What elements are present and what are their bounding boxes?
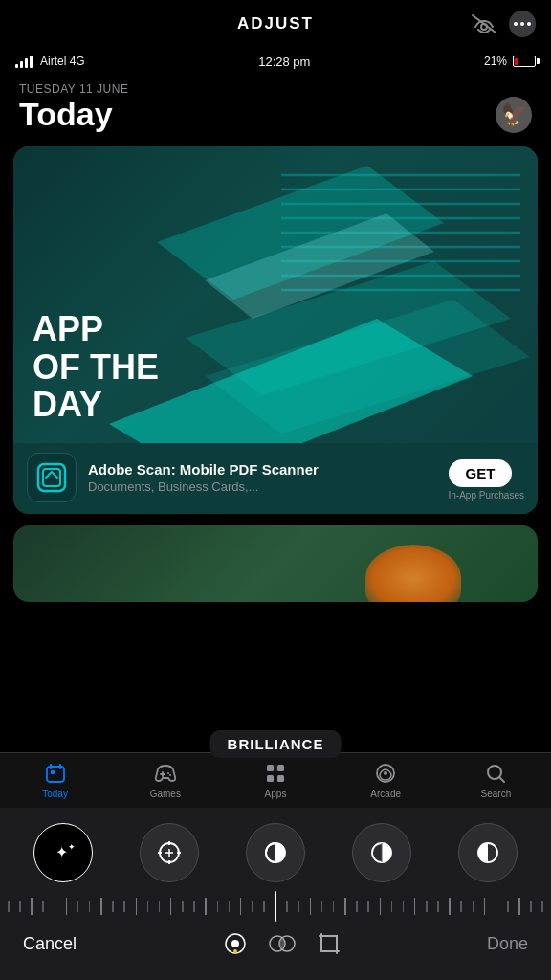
battery-percent: 21% bbox=[484, 55, 507, 68]
aotd-bottom: Adobe Scan: Mobile PDF Scanner Documents… bbox=[13, 443, 538, 514]
games-tab-label: Games bbox=[150, 789, 181, 799]
tab-today[interactable]: Today bbox=[0, 761, 110, 799]
svg-rect-19 bbox=[51, 770, 55, 774]
bottom-center-icons bbox=[222, 930, 342, 957]
svg-point-23 bbox=[169, 774, 171, 776]
arcade-tab-label: Arcade bbox=[370, 789, 401, 799]
aotd-hero: APPOF THEDAY bbox=[13, 146, 538, 443]
svg-rect-25 bbox=[277, 765, 284, 771]
svg-text:✦: ✦ bbox=[55, 844, 68, 860]
svg-point-29 bbox=[384, 771, 387, 775]
carrier-label: Airtel 4G bbox=[40, 55, 85, 68]
adobe-scan-icon bbox=[27, 453, 77, 502]
in-app-purchases-label: In-App Purchases bbox=[449, 490, 525, 501]
today-header: TUESDAY 11 JUNE Today 🦅 bbox=[0, 75, 551, 143]
battery-container: 21% bbox=[484, 55, 536, 68]
svg-point-22 bbox=[167, 772, 169, 774]
arcade-tab-icon bbox=[373, 761, 398, 786]
slider-container[interactable] bbox=[8, 892, 543, 921]
tab-games[interactable]: Games bbox=[110, 761, 220, 799]
svg-text:✦: ✦ bbox=[68, 842, 76, 852]
today-title: Today bbox=[19, 96, 113, 133]
signal-indicator bbox=[15, 56, 33, 68]
search-tab-label: Search bbox=[481, 789, 512, 799]
tab-search[interactable]: Search bbox=[441, 761, 551, 799]
tab-apps[interactable]: Apps bbox=[220, 761, 330, 799]
brilliance-tool[interactable] bbox=[246, 823, 305, 882]
tab-arcade[interactable]: Arcade bbox=[331, 761, 441, 799]
svg-rect-24 bbox=[267, 765, 274, 771]
highlights-tool[interactable] bbox=[352, 823, 411, 882]
get-button[interactable]: GET bbox=[449, 459, 513, 487]
exposure-tool[interactable] bbox=[140, 823, 199, 882]
top-bar: ADJUST bbox=[0, 0, 551, 48]
adjust-icon-btn[interactable] bbox=[222, 930, 249, 957]
app-info: Adobe Scan: Mobile PDF Scanner Documents… bbox=[88, 461, 437, 494]
games-tab-icon bbox=[153, 761, 178, 786]
eye-slash-icon[interactable] bbox=[471, 11, 497, 37]
apps-tab-icon bbox=[263, 761, 288, 786]
page-title: ADJUST bbox=[237, 14, 314, 33]
search-tab-icon bbox=[483, 761, 508, 786]
done-button[interactable]: Done bbox=[487, 934, 528, 954]
svg-rect-27 bbox=[277, 775, 284, 782]
cancel-button[interactable]: Cancel bbox=[23, 934, 77, 954]
svg-point-1 bbox=[481, 24, 487, 30]
aotd-label: APPOF THEDAY bbox=[33, 310, 159, 424]
avatar[interactable]: 🦅 bbox=[496, 97, 532, 133]
svg-rect-18 bbox=[47, 767, 64, 782]
time-label: 12:28 pm bbox=[258, 55, 310, 69]
auto-enhance-tool[interactable]: ✦ ✦ bbox=[33, 823, 93, 882]
app-category: Documents, Business Cards,... bbox=[88, 479, 437, 494]
svg-point-47 bbox=[233, 949, 237, 953]
crop-icon-btn[interactable] bbox=[316, 930, 342, 957]
editing-tools-panel: ✦ ✦ bbox=[0, 808, 551, 980]
today-tab-icon bbox=[43, 761, 68, 786]
shadows-tool[interactable] bbox=[458, 823, 518, 882]
app-of-the-day-card[interactable]: APPOF THEDAY Adobe Scan: Mobile PDF Scan… bbox=[13, 146, 538, 514]
slider-cursor bbox=[275, 891, 276, 922]
screenshot-content: TUESDAY 11 JUNE Today 🦅 bbox=[0, 75, 551, 827]
svg-line-31 bbox=[499, 777, 504, 782]
app-name: Adobe Scan: Mobile PDF Scanner bbox=[88, 461, 437, 478]
filters-icon-btn[interactable] bbox=[268, 930, 297, 957]
svg-rect-26 bbox=[267, 775, 274, 782]
today-date: TUESDAY 11 JUNE bbox=[19, 82, 532, 96]
bottom-action-bar: Cancel bbox=[0, 921, 551, 980]
status-bar: Airtel 4G 12:28 pm 21% bbox=[0, 48, 551, 75]
svg-rect-50 bbox=[321, 936, 337, 951]
second-card[interactable] bbox=[13, 525, 538, 602]
apps-tab-label: Apps bbox=[265, 789, 287, 799]
more-icon[interactable] bbox=[509, 11, 536, 37]
brilliance-overlay: BRILLIANCE bbox=[210, 730, 342, 758]
today-tab-label: Today bbox=[42, 789, 68, 799]
svg-point-46 bbox=[231, 940, 239, 947]
tools-row: ✦ ✦ bbox=[0, 808, 551, 892]
battery-icon bbox=[513, 56, 536, 67]
